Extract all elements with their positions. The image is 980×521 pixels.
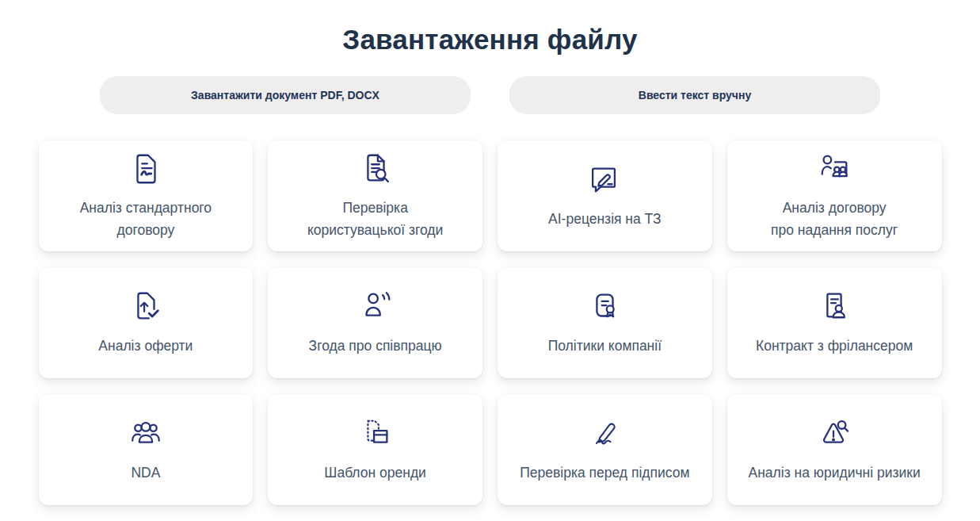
person-voice-icon bbox=[357, 289, 394, 325]
document-signature-icon bbox=[128, 151, 164, 187]
card-label: Перевірка перед підписом bbox=[520, 462, 689, 484]
comment-edit-icon bbox=[586, 162, 623, 198]
page-title: Завантаження файлу bbox=[0, 24, 980, 56]
document-upload-check-icon bbox=[128, 289, 164, 325]
card-label: Шаблон оренди bbox=[324, 462, 426, 484]
document-search-icon bbox=[357, 151, 394, 187]
card-service-agreement-analysis[interactable]: Аналіз договору про надання послуг bbox=[727, 140, 942, 251]
card-label: Аналіз договору про надання послуг bbox=[745, 197, 925, 240]
card-legal-risk-analysis[interactable]: Аналіз на юридичні ризики bbox=[727, 394, 942, 505]
upload-page: Завантаження файлу Завантажити документ … bbox=[0, 24, 980, 505]
card-label: Контракт з фрілансером bbox=[756, 335, 913, 357]
card-label: AI-рецензія на ТЗ bbox=[548, 209, 662, 230]
card-user-consent-check[interactable]: Перевірка користувацької згоди bbox=[268, 140, 482, 251]
card-label: Політики компанії bbox=[548, 335, 662, 357]
card-nda[interactable]: NDA bbox=[39, 394, 254, 505]
document-type-grid: Аналіз стандартного договору Перевірка к… bbox=[39, 140, 942, 505]
card-standard-contract-analysis[interactable]: Аналіз стандартного договору bbox=[39, 140, 254, 251]
card-label: Згода про співпрацю bbox=[309, 335, 442, 357]
card-lease-template[interactable]: Шаблон оренди bbox=[268, 394, 482, 505]
card-label: Аналіз оферти bbox=[98, 335, 193, 357]
card-cooperation-agreement[interactable]: Згода про співпрацю bbox=[268, 267, 482, 378]
card-label: Аналіз на юридичні ризики bbox=[749, 462, 921, 484]
card-label: Перевірка користувацької згоди bbox=[285, 197, 465, 240]
card-pre-signature-check[interactable]: Перевірка перед підписом bbox=[498, 394, 712, 505]
tab-upload-document[interactable]: Завантажити документ PDF, DOCX bbox=[100, 76, 471, 114]
card-label: NDA bbox=[131, 462, 160, 484]
signature-pen-icon bbox=[586, 416, 623, 452]
card-freelancer-contract[interactable]: Контракт з фрілансером bbox=[727, 267, 942, 378]
card-ai-review[interactable]: AI-рецензія на ТЗ bbox=[498, 140, 712, 251]
card-offer-analysis[interactable]: Аналіз оферти bbox=[39, 267, 254, 378]
template-icon bbox=[357, 416, 394, 452]
card-label: Аналіз стандартного договору bbox=[56, 197, 236, 240]
people-contract-icon bbox=[816, 151, 852, 187]
certificate-ribbon-icon bbox=[586, 289, 623, 325]
warning-search-icon bbox=[816, 416, 852, 452]
tab-enter-text-manually[interactable]: Ввести текст вручну bbox=[509, 76, 880, 114]
contact-card-icon bbox=[816, 289, 852, 325]
upload-mode-tabs: Завантажити документ PDF, DOCX Ввести те… bbox=[0, 76, 980, 114]
card-company-policies[interactable]: Політики компанії bbox=[498, 267, 712, 378]
people-team-icon bbox=[128, 416, 164, 452]
